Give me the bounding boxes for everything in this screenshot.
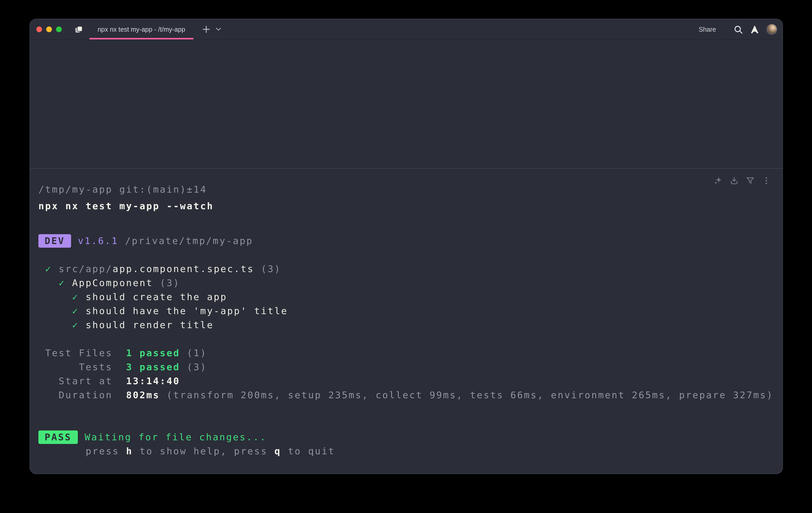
- filter-icon[interactable]: [746, 176, 755, 185]
- terminal-text: v1.6.1: [78, 235, 118, 246]
- terminal-output: /tmp/my-app git:(main)±14npx nx test my-…: [30, 169, 782, 458]
- terminal-line: [38, 402, 774, 416]
- zoom-button[interactable]: [56, 26, 62, 32]
- pass-badge: PASS: [38, 430, 78, 444]
- tab-bar: npx nx test my-app - /t/my-app Share: [30, 19, 782, 40]
- terminal-text: npx nx test my-app --watch: [38, 200, 214, 211]
- terminal-text: 802ms: [126, 389, 160, 400]
- blocks-icon[interactable]: [74, 24, 84, 34]
- terminal-text: src/app/: [59, 263, 113, 274]
- terminal-line: ✓ should render title: [38, 318, 774, 332]
- terminal-text: 3 passed: [126, 361, 180, 372]
- ai-sparkles-icon[interactable]: [714, 176, 723, 185]
- terminal-line: press h to show help, press q to quit: [38, 444, 774, 458]
- terminal-text: Tests: [38, 361, 126, 372]
- tab-list-chevron-down-icon[interactable]: [216, 28, 221, 31]
- terminal-text: q: [274, 446, 281, 456]
- terminal-text: AppComponent: [72, 277, 160, 288]
- terminal-text: ✓: [38, 263, 59, 274]
- desktop: npx nx test my-app - /t/my-app Share: [0, 0, 812, 513]
- new-tab-button[interactable]: [202, 25, 210, 33]
- terminal-line: ✓ AppComponent (3): [38, 276, 774, 290]
- terminal-text: ✓: [38, 291, 86, 302]
- terminal-window: npx nx test my-app - /t/my-app Share: [30, 19, 783, 474]
- terminal-text: ✓: [38, 305, 86, 316]
- terminal-line: npx nx test my-app --watch: [38, 199, 774, 213]
- search-icon[interactable]: [734, 25, 743, 34]
- terminal-line: [38, 248, 774, 262]
- terminal-text: app.component.spec.ts: [113, 263, 254, 274]
- tab-title: npx nx test my-app - /t/my-app: [97, 26, 185, 33]
- tab-active[interactable]: npx nx test my-app - /t/my-app: [89, 19, 194, 39]
- terminal-line: Duration 802ms (transform 200ms, setup 2…: [38, 388, 774, 402]
- terminal-text: Test Files: [38, 347, 126, 358]
- terminal-text: (3): [254, 263, 281, 274]
- terminal-line: Start at 13:14:40: [38, 374, 774, 388]
- scrollback-area: [30, 40, 782, 169]
- terminal-text: should have the 'my-app' title: [86, 305, 288, 316]
- terminal-text: should create the app: [86, 291, 227, 302]
- terminal-text: Start at: [38, 375, 126, 386]
- terminal-line: [38, 332, 774, 346]
- command-block[interactable]: /tmp/my-app git:(main)±14npx nx test my-…: [30, 169, 782, 474]
- terminal-text: Duration: [38, 389, 126, 400]
- terminal-text: ✓: [38, 277, 72, 288]
- block-toolbar: [714, 176, 771, 185]
- terminal-line: /tmp/my-app git:(main)±14: [38, 182, 774, 196]
- terminal-text: ✓: [38, 319, 86, 330]
- terminal-text: Waiting for file changes...: [78, 431, 267, 442]
- close-button[interactable]: [36, 26, 42, 32]
- terminal-text: (3): [180, 361, 207, 372]
- terminal-text: to quit: [281, 446, 335, 456]
- terminal-text: (transform 200ms, setup 235ms, collect 9…: [160, 389, 773, 400]
- more-options-icon[interactable]: [762, 176, 771, 185]
- terminal-text: (3): [160, 277, 180, 288]
- terminal-text: 13:14:40: [126, 375, 180, 386]
- terminal-text: 1 passed: [126, 347, 180, 358]
- warp-logo-icon[interactable]: [750, 25, 759, 34]
- terminal-line: [38, 416, 774, 430]
- terminal-text: (1): [180, 347, 207, 358]
- terminal-line: DEV v1.6.1 /private/tmp/my-app: [38, 234, 774, 248]
- terminal-line: ✓ src/app/app.component.spec.ts (3): [38, 262, 774, 276]
- terminal-text: [71, 235, 78, 246]
- terminal-line: PASS Waiting for file changes...: [38, 430, 774, 444]
- terminal-line: Test Files 1 passed (1): [38, 346, 774, 360]
- terminal-text: should render title: [86, 319, 214, 330]
- terminal-text: to show help, press: [133, 446, 274, 456]
- window-controls: [36, 26, 63, 32]
- tab-active-underline: [89, 38, 194, 39]
- terminal-line: ✓ should have the 'my-app' title: [38, 304, 774, 318]
- terminal-text: press: [38, 446, 126, 456]
- terminal-line: ✓ should create the app: [38, 290, 774, 304]
- download-block-icon[interactable]: [729, 176, 739, 185]
- terminal-text: /tmp/my-app git:(main)±14: [38, 184, 207, 195]
- dev-badge: DEV: [38, 234, 71, 248]
- terminal-text: h: [126, 446, 133, 456]
- minimize-button[interactable]: [46, 26, 52, 32]
- user-avatar[interactable]: [766, 24, 777, 35]
- terminal-line: [38, 213, 774, 227]
- terminal-line: Tests 3 passed (3): [38, 360, 774, 374]
- terminal-text: /private/tmp/my-app: [118, 235, 253, 246]
- share-button[interactable]: Share: [699, 26, 716, 33]
